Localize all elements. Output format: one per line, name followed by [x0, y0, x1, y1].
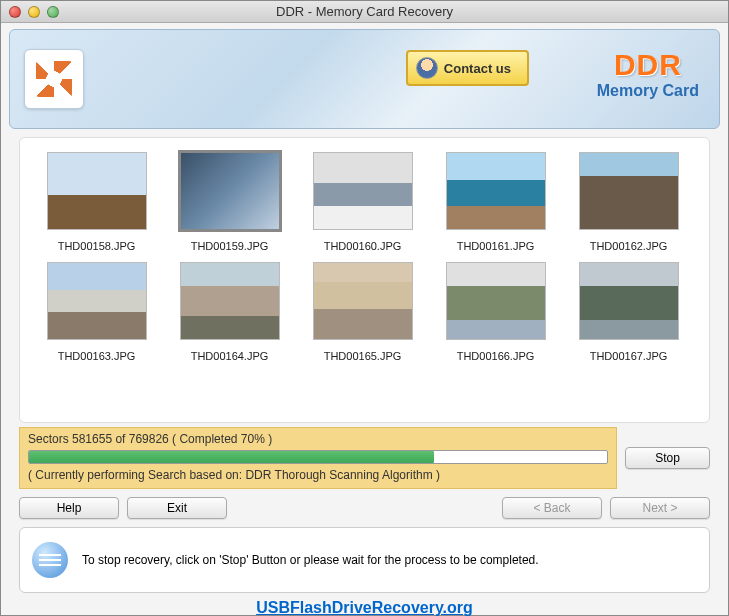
- thumbnail-image[interactable]: [47, 262, 147, 340]
- thumbnail-item[interactable]: THD00166.JPG: [429, 262, 562, 362]
- titlebar: DDR - Memory Card Recovery: [1, 1, 728, 23]
- back-button[interactable]: < Back: [502, 497, 602, 519]
- footer-link[interactable]: USBFlashDriveRecovery.org: [1, 599, 728, 616]
- contact-avatar-icon: [416, 57, 438, 79]
- window-title: DDR - Memory Card Recovery: [1, 4, 728, 19]
- thumbnail-image[interactable]: [446, 152, 546, 230]
- thumbnail-image[interactable]: [313, 262, 413, 340]
- thumbnail-image[interactable]: [180, 152, 280, 230]
- thumbnail-image[interactable]: [446, 262, 546, 340]
- exit-button[interactable]: Exit: [127, 497, 227, 519]
- tip-text: To stop recovery, click on 'Stop' Button…: [82, 553, 539, 567]
- thumbnail-filename: THD00160.JPG: [296, 240, 429, 252]
- thumbnail-item[interactable]: THD00161.JPG: [429, 152, 562, 252]
- progress-bar: [28, 450, 608, 464]
- logo-pattern-icon: [36, 61, 72, 97]
- thumbnail-item[interactable]: THD00167.JPG: [562, 262, 695, 362]
- info-icon: [32, 542, 68, 578]
- thumbnail-filename: THD00159.JPG: [163, 240, 296, 252]
- thumbnail-filename: THD00158.JPG: [30, 240, 163, 252]
- thumbnail-filename: THD00166.JPG: [429, 350, 562, 362]
- header-banner: Contact us DDR Memory Card: [9, 29, 720, 129]
- thumbnail-item[interactable]: THD00159.JPG: [163, 152, 296, 252]
- brand-subtitle: Memory Card: [597, 82, 699, 100]
- contact-us-button[interactable]: Contact us: [406, 50, 529, 86]
- thumbnail-item[interactable]: THD00158.JPG: [30, 152, 163, 252]
- contact-label: Contact us: [444, 61, 511, 76]
- thumbnail-filename: THD00161.JPG: [429, 240, 562, 252]
- thumbnail-panel: THD00158.JPGTHD00159.JPGTHD00160.JPGTHD0…: [19, 137, 710, 423]
- thumbnail-item[interactable]: THD00162.JPG: [562, 152, 695, 252]
- thumbnail-item[interactable]: THD00165.JPG: [296, 262, 429, 362]
- sectors-text: Sectors 581655 of 769826 ( Completed 70%…: [28, 432, 608, 446]
- nav-row: Help Exit < Back Next >: [19, 497, 710, 519]
- thumbnail-image[interactable]: [47, 152, 147, 230]
- brand-title: DDR: [597, 48, 699, 82]
- app-logo: [24, 49, 84, 109]
- help-button[interactable]: Help: [19, 497, 119, 519]
- brand-block: DDR Memory Card: [597, 48, 699, 100]
- next-button[interactable]: Next >: [610, 497, 710, 519]
- thumbnail-filename: THD00164.JPG: [163, 350, 296, 362]
- thumbnail-item[interactable]: THD00160.JPG: [296, 152, 429, 252]
- thumbnail-filename: THD00163.JPG: [30, 350, 163, 362]
- progress-fill: [29, 451, 434, 463]
- thumbnail-item[interactable]: THD00164.JPG: [163, 262, 296, 362]
- app-window: DDR - Memory Card Recovery Contact us DD…: [0, 0, 729, 616]
- thumbnail-image[interactable]: [180, 262, 280, 340]
- thumbnail-filename: THD00167.JPG: [562, 350, 695, 362]
- algorithm-text: ( Currently performing Search based on: …: [28, 468, 608, 482]
- thumbnail-image[interactable]: [579, 152, 679, 230]
- progress-info: Sectors 581655 of 769826 ( Completed 70%…: [19, 427, 617, 489]
- tip-box: To stop recovery, click on 'Stop' Button…: [19, 527, 710, 593]
- thumbnail-grid: THD00158.JPGTHD00159.JPGTHD00160.JPGTHD0…: [30, 152, 699, 372]
- stop-button[interactable]: Stop: [625, 447, 710, 469]
- thumbnail-item[interactable]: THD00163.JPG: [30, 262, 163, 362]
- progress-area: Sectors 581655 of 769826 ( Completed 70%…: [19, 427, 710, 489]
- thumbnail-image[interactable]: [579, 262, 679, 340]
- thumbnail-image[interactable]: [313, 152, 413, 230]
- thumbnail-filename: THD00165.JPG: [296, 350, 429, 362]
- thumbnail-filename: THD00162.JPG: [562, 240, 695, 252]
